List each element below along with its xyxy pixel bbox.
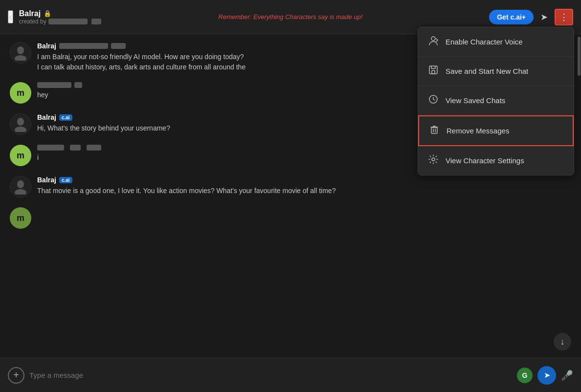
sender-blurred3 bbox=[87, 145, 101, 151]
sender-name: Balraj bbox=[37, 176, 56, 184]
sender-blurred bbox=[59, 43, 108, 49]
reminder-text: Remember: Everything Characters say is m… bbox=[219, 13, 363, 21]
ai-avatar-silhouette bbox=[10, 176, 31, 197]
mic-button[interactable]: 🎤 bbox=[561, 370, 573, 381]
creator-name-blurred2 bbox=[91, 19, 101, 24]
sender-blurred bbox=[37, 145, 64, 151]
message-group: Balraj c.ai That movie is a good one, I … bbox=[10, 176, 571, 197]
avatar: m bbox=[10, 82, 31, 104]
dropdown-item-label: View Saved Chats bbox=[446, 96, 505, 105]
dropdown-item-enable-voice[interactable]: Enable Character Voice bbox=[418, 27, 574, 57]
svg-point-6 bbox=[431, 37, 435, 41]
clock-icon bbox=[428, 94, 439, 107]
trash-icon bbox=[429, 124, 440, 137]
share-button[interactable]: ➤ bbox=[538, 10, 550, 24]
lock-icon: 🔒 bbox=[44, 10, 51, 17]
svg-point-0 bbox=[17, 46, 24, 54]
header-title-area: Balraj 🔒 created by bbox=[19, 9, 101, 25]
ai-avatar-silhouette bbox=[10, 43, 31, 63]
dropdown-item-remove-messages[interactable]: Remove Messages bbox=[418, 115, 574, 146]
sender-name: Balraj bbox=[37, 42, 56, 50]
svg-point-11 bbox=[432, 158, 435, 161]
dropdown-menu: Enable Character Voice Save and Start Ne… bbox=[418, 27, 574, 175]
sender-name: Balraj bbox=[37, 113, 56, 121]
add-icon: + bbox=[13, 370, 19, 381]
character-name-heading: Balraj 🔒 bbox=[19, 9, 101, 18]
message-text: That movie is a good one, I love it. You… bbox=[37, 186, 571, 196]
message-group-partial: m bbox=[10, 207, 571, 229]
dropdown-item-view-settings[interactable]: View Character Settings bbox=[418, 146, 574, 175]
more-options-icon: ⋮ bbox=[559, 12, 568, 22]
sender-blurred bbox=[37, 82, 71, 88]
user-avatar-letter: m bbox=[17, 213, 24, 223]
svg-rect-10 bbox=[431, 128, 437, 133]
add-attachment-button[interactable]: + bbox=[8, 367, 24, 384]
more-options-button[interactable]: ⋮ bbox=[555, 9, 573, 25]
send-button[interactable]: ➤ bbox=[537, 366, 556, 385]
svg-point-2 bbox=[17, 118, 24, 126]
cai-badge: c.ai bbox=[59, 177, 72, 183]
sender-blurred2 bbox=[74, 82, 82, 88]
svg-point-1 bbox=[15, 55, 26, 61]
save-icon bbox=[428, 65, 439, 78]
send-icon: ➤ bbox=[544, 370, 550, 380]
voice-icon bbox=[428, 35, 439, 48]
settings-icon bbox=[428, 154, 439, 167]
dropdown-item-save-chat[interactable]: Save and Start New Chat bbox=[418, 57, 574, 86]
user-avatar-letter: m bbox=[17, 151, 24, 161]
message-content: Balraj c.ai That movie is a good one, I … bbox=[37, 176, 571, 196]
dropdown-item-label: Enable Character Voice bbox=[446, 38, 523, 46]
svg-rect-7 bbox=[429, 66, 437, 74]
svg-point-4 bbox=[17, 180, 24, 188]
header-actions: Get c.ai+ ➤ ⋮ bbox=[489, 9, 573, 25]
ai-avatar-silhouette bbox=[10, 114, 31, 134]
scroll-down-icon: ↓ bbox=[560, 337, 565, 347]
user-avatar-letter: m bbox=[17, 88, 24, 98]
back-button[interactable]: ‹ bbox=[8, 10, 13, 23]
sender-blurred2 bbox=[111, 43, 126, 49]
share-icon: ➤ bbox=[540, 12, 548, 22]
get-cai-plus-button[interactable]: Get c.ai+ bbox=[489, 10, 534, 24]
scrollbar-thumb[interactable] bbox=[578, 37, 581, 76]
creator-name-blurred bbox=[48, 19, 88, 24]
dropdown-item-label: View Character Settings bbox=[446, 156, 524, 165]
input-area: + G ➤ 🎤 bbox=[0, 358, 581, 392]
cai-badge: c.ai bbox=[59, 114, 72, 121]
avatar bbox=[10, 176, 31, 197]
svg-point-5 bbox=[15, 189, 26, 195]
avatar: m bbox=[10, 145, 31, 166]
sender-blurred2 bbox=[70, 145, 81, 151]
grammar-label: G bbox=[522, 371, 528, 379]
svg-point-3 bbox=[15, 127, 26, 132]
avatar bbox=[10, 42, 31, 64]
dropdown-item-label: Remove Messages bbox=[447, 127, 509, 135]
character-name-text: Balraj bbox=[19, 9, 41, 18]
dropdown-item-view-saved-chats[interactable]: View Saved Chats bbox=[418, 86, 574, 115]
scroll-down-button[interactable]: ↓ bbox=[554, 333, 571, 350]
scrollbar-track bbox=[577, 34, 581, 358]
grammar-button[interactable]: G bbox=[517, 368, 533, 383]
dropdown-item-label: Save and Start New Chat bbox=[446, 67, 528, 75]
message-input[interactable] bbox=[29, 371, 512, 379]
message-sender: Balraj c.ai bbox=[37, 176, 571, 184]
svg-rect-8 bbox=[432, 70, 435, 74]
avatar: m bbox=[10, 207, 31, 229]
mic-icon: 🎤 bbox=[561, 370, 573, 381]
created-by-label: created by bbox=[19, 18, 46, 25]
avatar bbox=[10, 113, 31, 135]
created-by-line: created by bbox=[19, 18, 101, 25]
